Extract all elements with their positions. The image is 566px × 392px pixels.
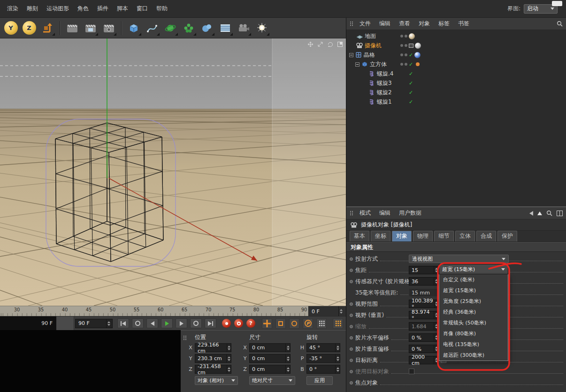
dropdown-item-0[interactable]: 自定义 (毫米): [439, 274, 508, 285]
enabled-check-icon[interactable]: ✓: [409, 62, 413, 67]
toggle-view-icon[interactable]: [336, 41, 344, 48]
material-sphere[interactable]: [409, 33, 415, 39]
enabled-check-icon[interactable]: ✓: [409, 53, 413, 58]
render-view-button-icon[interactable]: [64, 20, 81, 37]
goto-end-button[interactable]: [205, 318, 216, 328]
dropdown-item-1[interactable]: 超宽 (15毫米): [439, 285, 508, 296]
om-menu-item-4[interactable]: 标签: [434, 20, 454, 28]
stepper-icon[interactable]: [434, 356, 438, 364]
enabled-check-icon[interactable]: ✓: [409, 99, 413, 105]
display-toggle-icon[interactable]: [409, 44, 413, 48]
menubar-item-7[interactable]: 帮助: [152, 5, 172, 13]
key-pla-toggle[interactable]: [316, 318, 327, 329]
record-keyframe-button[interactable]: [222, 319, 231, 328]
tab-细节[interactable]: 细节: [434, 231, 454, 241]
add-mograph-button-icon[interactable]: [162, 20, 179, 37]
add-effector-button-icon[interactable]: [180, 20, 197, 37]
menubar-item-3[interactable]: 角色: [73, 5, 93, 13]
enabled-check-icon[interactable]: ✓: [409, 90, 413, 95]
autokey-button[interactable]: [234, 319, 243, 328]
fov-horizontal-field[interactable]: 100.389 °: [409, 300, 439, 308]
coord-field-p[interactable]: -35 °: [306, 354, 340, 363]
dropdown-item-3[interactable]: 经典 (36毫米): [439, 307, 508, 317]
am-menu-item-2[interactable]: 用户数据: [395, 209, 426, 217]
window-minimize-icon[interactable]: [552, 1, 562, 6]
material-sphere[interactable]: [414, 52, 421, 58]
tree-item-7[interactable]: 螺旋1✓: [346, 97, 566, 106]
film-offset-x-field[interactable]: 0 %: [409, 333, 439, 342]
om-menu-item-5[interactable]: 书签: [454, 20, 474, 28]
dropdown-item-7[interactable]: 超远距 (300毫米): [439, 350, 508, 361]
coord-field-y[interactable]: 0 cm: [249, 354, 291, 363]
max-frame-field[interactable]: 90 F: [75, 319, 113, 328]
menubar-item-2[interactable]: 运动图形: [42, 5, 73, 13]
tree-item-4[interactable]: 螺旋.4✓: [346, 69, 566, 78]
tab-保护[interactable]: 保护: [497, 231, 517, 241]
use-target-object-checkbox[interactable]: [409, 369, 414, 374]
keyframe-dot-icon[interactable]: [350, 325, 353, 328]
visibility-dot-icon[interactable]: [405, 63, 407, 66]
focal-length-field[interactable]: 15: [409, 266, 439, 274]
preview-range-end-field[interactable]: 90 F: [0, 317, 56, 331]
tab-立体[interactable]: 立体: [455, 231, 475, 241]
render-settings-button-icon[interactable]: [100, 20, 117, 37]
add-metaball-button-icon[interactable]: [199, 20, 215, 37]
tab-对象[interactable]: 对象: [392, 231, 412, 241]
menubar-item-5[interactable]: 脚本: [113, 5, 132, 13]
tree-item-1[interactable]: 摄像机: [346, 41, 566, 50]
add-environment-button-icon[interactable]: [217, 20, 234, 37]
dropdown-item-4[interactable]: 常规镜头 (50毫米): [439, 317, 508, 328]
panel-grip-icon[interactable]: [350, 21, 353, 26]
keyframe-dot-icon[interactable]: [350, 347, 353, 351]
fov-vertical-field[interactable]: 83.974 °: [409, 311, 439, 319]
lock-up-icon[interactable]: [537, 211, 542, 215]
search-icon[interactable]: [557, 21, 563, 27]
coord-mode-select[interactable]: 对象 (相对): [195, 376, 238, 385]
stepper-icon[interactable]: [226, 354, 231, 362]
keyframe-dot-icon[interactable]: [350, 257, 353, 261]
stepper-icon[interactable]: [227, 365, 231, 373]
keyframe-help-button[interactable]: ?: [246, 319, 255, 328]
goto-start-button[interactable]: [117, 318, 129, 328]
stepper-icon[interactable]: [434, 278, 438, 285]
axis-z-tool-icon[interactable]: Z: [21, 20, 38, 37]
workplane-tool-icon[interactable]: [39, 20, 56, 37]
history-back-icon[interactable]: [529, 211, 533, 216]
sensor-size-field[interactable]: 36: [409, 277, 439, 286]
projection-select[interactable]: 透视视图: [409, 255, 509, 263]
menubar-item-6[interactable]: 窗口: [132, 5, 152, 13]
panel-grip-icon[interactable]: [183, 335, 187, 340]
keyframe-dot-icon[interactable]: [350, 336, 353, 339]
visibility-dot-icon[interactable]: [405, 35, 407, 38]
add-cube-button-icon[interactable]: [125, 20, 142, 37]
visibility-dot-icon[interactable]: [400, 44, 403, 47]
coord-field-h[interactable]: 45 °: [306, 343, 340, 352]
tab-物理[interactable]: 物理: [413, 231, 433, 241]
render-picture-viewer-button-icon[interactable]: [82, 20, 99, 37]
add-camera-button-icon[interactable]: [235, 20, 252, 37]
om-menu-item-1[interactable]: 编辑: [375, 20, 395, 28]
key-position-toggle[interactable]: [262, 318, 272, 329]
stepper-icon[interactable]: [434, 345, 438, 353]
tree-item-0[interactable]: 地面: [346, 31, 566, 41]
previous-frame-button[interactable]: [146, 318, 158, 328]
am-menu-item-0[interactable]: 模式: [355, 209, 375, 217]
am-menu-item-1[interactable]: 编辑: [375, 209, 395, 217]
tab-合成[interactable]: 合成: [476, 231, 496, 241]
coord-field-z[interactable]: -231.458 cm: [195, 365, 231, 374]
cycle-button[interactable]: [190, 318, 202, 328]
rotate-icon[interactable]: [326, 41, 334, 48]
zoom-icon[interactable]: [316, 41, 324, 48]
viewport[interactable]: [0, 38, 346, 306]
play-backward-button[interactable]: [132, 318, 144, 328]
film-offset-y-field[interactable]: 0 %: [409, 345, 439, 353]
play-button[interactable]: [161, 318, 173, 328]
menubar-item-1[interactable]: 雕刻: [23, 5, 42, 13]
stepper-icon[interactable]: [335, 344, 340, 352]
tree-item-6[interactable]: 螺旋2✓: [346, 88, 566, 97]
stepper-icon[interactable]: [285, 365, 290, 373]
coord-mode-select[interactable]: 绝对尺寸: [249, 376, 295, 385]
keyframe-dot-icon[interactable]: [350, 314, 353, 317]
visibility-dot-icon[interactable]: [400, 35, 403, 38]
material-sphere[interactable]: [415, 43, 421, 49]
